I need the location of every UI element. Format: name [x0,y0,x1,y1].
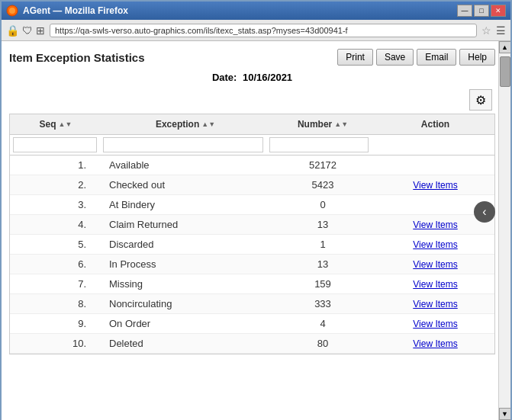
cell-exception: Deleted [101,338,269,349]
cell-number: 13 [269,219,376,230]
header-row: Item Exception Statistics Print Save Ema… [9,49,495,66]
table-row: 6.In Process13View Items [10,255,494,274]
reader-icon: ⊞ [36,24,45,37]
cell-seq: 9. [10,318,101,329]
title-bar-buttons: — □ ✕ [457,5,506,17]
cell-exception: Discarded [101,239,269,250]
nav-icons: 🔒 🛡 ⊞ [6,24,45,37]
cell-number: 5423 [269,179,376,191]
view-items-link[interactable]: View Items [413,338,457,349]
main-area: Item Exception Statistics Print Save Ema… [2,41,510,420]
table-row: 7.Missing159View Items [10,274,494,294]
view-items-link[interactable]: View Items [413,299,457,309]
col-header-action: Action [376,119,494,130]
title-bar: AGent — Mozilla Firefox — □ ✕ [2,2,510,20]
view-items-link[interactable]: View Items [413,259,457,270]
table-row: 5.Discarded1View Items [10,235,494,255]
view-items-link[interactable]: View Items [413,220,457,230]
col-header-seq: Seq ▲▼ [10,119,101,130]
cell-seq: 5. [10,239,101,250]
cell-action[interactable]: View Items [376,338,494,349]
table-row: 2.Checked out5423View Items [10,175,494,195]
cell-seq: 4. [10,219,101,230]
view-items-link[interactable]: View Items [413,319,457,329]
cell-exception: Missing [101,278,269,290]
cell-number: 52172 [269,159,376,171]
page-content: ▲ ▼ Item Exception Statistics Print Save… [2,41,510,420]
filter-row [10,135,494,155]
maximize-button[interactable]: □ [474,5,489,17]
table-row: 4.Claim Returned13View Items [10,215,494,235]
view-items-link[interactable]: View Items [413,180,457,191]
cell-seq: 7. [10,278,101,290]
date-value: 10/16/2021 [243,72,292,83]
back-arrow-button[interactable]: ‹ [474,201,495,223]
view-items-link[interactable]: View Items [413,279,457,290]
cell-action[interactable]: View Items [376,318,494,329]
cell-action[interactable]: View Items [376,179,494,191]
sort-exception-icon[interactable]: ▲▼ [201,120,215,128]
table-row: 8.Noncirculating333View Items [10,294,494,314]
date-label: Date: [212,72,237,83]
filter-number-input[interactable] [269,137,369,152]
cell-seq: 10. [10,338,101,349]
cell-exception: On Order [101,318,269,329]
save-button[interactable]: Save [376,49,414,66]
cell-exception: Noncirculating [101,298,269,309]
cell-number: 1 [269,239,376,250]
col-header-number: Number ▲▼ [269,119,376,130]
cell-action[interactable]: View Items [376,258,494,270]
cell-action[interactable]: View Items [376,298,494,309]
table-row: 1.Available52172 [10,155,494,175]
gear-button[interactable]: ⚙ [469,89,492,111]
cell-exception: Available [101,159,269,171]
sort-number-icon[interactable]: ▲▼ [334,120,348,128]
cell-number: 333 [269,298,376,309]
table-header: Seq ▲▼ Exception ▲▼ Number ▲▼ Action [10,114,494,135]
table-row: 10.Deleted80View Items [10,334,494,354]
cell-seq: 8. [10,298,101,309]
bookmark-icon[interactable]: ☆ [481,24,491,37]
minimize-button[interactable]: — [457,5,472,17]
view-items-link[interactable]: View Items [413,239,457,250]
scrollbar[interactable]: ▲ ▼ [498,41,510,420]
sort-seq-icon[interactable]: ▲▼ [59,120,72,128]
col-header-exception: Exception ▲▼ [101,119,269,130]
scroll-down-button[interactable]: ▼ [499,408,511,420]
print-button[interactable]: Print [337,49,373,66]
filter-seq-input[interactable] [13,137,97,152]
date-row: Date: 10/16/2021 [9,72,495,83]
table-row: 3.At Bindery0 [10,195,494,215]
close-button[interactable]: ✕ [491,5,506,17]
cell-exception: At Bindery [101,199,269,210]
table-body: 1.Available521722.Checked out5423View It… [10,155,494,354]
cell-number: 0 [269,199,376,210]
cell-exception: In Process [101,258,269,270]
cell-number: 159 [269,278,376,290]
data-table: Seq ▲▼ Exception ▲▼ Number ▲▼ Action [9,114,495,354]
gear-area: ⚙ [9,89,495,111]
url-bar[interactable]: https://qa-swls-verso.auto-graphics.com/… [50,24,477,37]
cell-exception: Checked out [101,179,269,191]
title-bar-left: AGent — Mozilla Firefox [6,5,128,17]
shield-icon: 🛡 [22,24,33,37]
email-button[interactable]: Email [417,49,456,66]
cell-exception: Claim Returned [101,219,269,230]
cell-seq: 1. [10,159,101,171]
help-button[interactable]: Help [459,49,495,66]
scroll-up-button[interactable]: ▲ [499,41,511,53]
menu-icon[interactable]: ☰ [496,24,506,37]
browser-window: AGent — Mozilla Firefox — □ ✕ 🔒 🛡 ⊞ http… [0,0,512,420]
filter-exception-input[interactable] [103,137,263,152]
cell-action[interactable]: View Items [376,239,494,250]
browser-icon [6,5,18,17]
window-title: AGent — Mozilla Firefox [23,5,128,16]
lock-icon: 🔒 [6,24,19,37]
cell-number: 80 [269,338,376,349]
table-row: 9.On Order4View Items [10,314,494,334]
cell-action[interactable]: View Items [376,278,494,290]
scroll-thumb[interactable] [500,56,510,87]
address-bar: 🔒 🛡 ⊞ https://qa-swls-verso.auto-graphic… [2,20,510,41]
cell-action[interactable]: View Items [376,219,494,230]
cell-seq: 6. [10,258,101,270]
